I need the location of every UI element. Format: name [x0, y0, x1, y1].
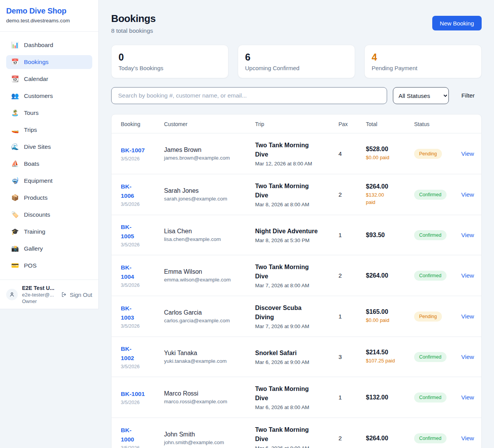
sidebar-item-discounts[interactable]: 🏷️ Discounts	[6, 208, 92, 222]
status-badge: Confirmed	[414, 190, 447, 200]
user-email: e2e-tester@...	[22, 292, 57, 298]
status-cell: Confirmed	[414, 433, 461, 443]
user-icon	[9, 291, 15, 298]
status-cell: Pending	[414, 149, 461, 159]
view-link[interactable]: View	[461, 313, 474, 320]
customer-email: lisa.chen@example.com	[164, 236, 255, 242]
booking-id-link[interactable]: BK-1001	[121, 391, 145, 397]
total-cell: $214.50 $107.25 paid	[366, 349, 414, 365]
trip-cell: Night Dive Adventure Mar 8, 2026 at 5:30…	[255, 227, 338, 243]
brand-domain: demo.test.divestreams.com	[6, 18, 92, 24]
wave-icon: 🌊	[11, 144, 19, 150]
sidebar-item-tours[interactable]: 🏝️ Tours	[6, 106, 92, 120]
trip-name: Two Tank Morning Dive	[255, 182, 338, 200]
sidebar-item-pos[interactable]: 💳 POS	[6, 259, 92, 273]
booking-cell: BK- 1004 3/5/2026	[121, 263, 164, 288]
user-info: E2E Test U... e2e-tester@... Owner	[22, 285, 57, 304]
stats-cards: 0 Today's Bookings 6 Upcoming Confirmed …	[111, 45, 482, 78]
status-badge: Pending	[414, 149, 442, 159]
trip-datetime: Mar 7, 2026 at 9:00 AM	[255, 323, 338, 329]
brand: Demo Dive Shop demo.test.divestreams.com	[0, 0, 98, 31]
user-role: Owner	[22, 298, 57, 304]
sign-out-button[interactable]: Sign Out	[61, 291, 92, 298]
paid-amount: $0.00 paid	[366, 154, 401, 162]
view-link[interactable]: View	[461, 150, 474, 157]
column-header-booking: Booking	[121, 121, 164, 127]
sidebar-item-label: Customers	[24, 93, 53, 99]
status-cell: Pending	[414, 312, 461, 322]
calendar-icon: 📅	[11, 59, 19, 65]
trip-cell: Snorkel Safari Mar 6, 2026 at 9:00 AM	[255, 349, 338, 365]
customer-email: yuki.tanaka@example.com	[164, 358, 255, 364]
sidebar-item-bookings[interactable]: 📅 Bookings	[6, 55, 92, 69]
paid-amount: $107.25 paid	[366, 357, 401, 365]
customer-name: Emma Wilson	[164, 268, 255, 275]
view-link[interactable]: View	[461, 435, 474, 441]
speedboat-icon: 🚤	[11, 127, 19, 133]
column-header-actions	[461, 121, 472, 127]
customer-name: Carlos Garcia	[164, 309, 255, 316]
total-amount: $165.00	[366, 308, 410, 315]
sidebar-item-equipment[interactable]: 🤿 Equipment	[6, 174, 92, 188]
sidebar-item-training[interactable]: 🎓 Training	[6, 225, 92, 239]
page-header: Bookings 8 total bookings New Booking	[111, 13, 482, 34]
sign-out-label: Sign Out	[70, 291, 92, 298]
stat-card-pending-payment: 4 Pending Payment	[364, 45, 482, 78]
status-filter-select[interactable]: All Statuses	[393, 87, 449, 104]
booking-id-link[interactable]: BK- 1002	[121, 345, 134, 361]
tag-icon: 🏷️	[11, 212, 19, 218]
view-link[interactable]: View	[461, 191, 474, 198]
pax-count: 1	[338, 394, 366, 401]
stat-value: 6	[245, 52, 348, 63]
customer-name: John Smith	[164, 431, 255, 438]
actions-cell: View	[461, 232, 474, 239]
booking-date: 3/5/2026	[121, 445, 164, 448]
sidebar-item-products[interactable]: 📦 Products	[6, 191, 92, 205]
customer-name: Sarah Jones	[164, 187, 255, 194]
sidebar-item-boats[interactable]: ⛵ Boats	[6, 157, 92, 171]
trip-cell: Two Tank Morning Dive Mar 12, 2026 at 8:…	[255, 141, 338, 167]
column-header-customer: Customer	[164, 121, 255, 127]
status-badge: Confirmed	[414, 392, 447, 403]
table-row: BK- 1005 3/5/2026 Lisa Chen lisa.chen@ex…	[112, 215, 481, 255]
status-cell: Confirmed	[414, 352, 461, 362]
filter-button[interactable]: Filter	[455, 92, 482, 99]
sidebar-item-label: Training	[24, 228, 45, 235]
view-link[interactable]: View	[461, 354, 474, 360]
sidebar-item-label: Dashboard	[24, 42, 53, 49]
trip-datetime: Mar 6, 2026 at 8:00 AM	[255, 445, 338, 448]
sidebar-item-trips[interactable]: 🚤 Trips	[6, 123, 92, 137]
total-cell: $165.00 $0.00 paid	[366, 308, 414, 324]
sidebar-item-dashboard[interactable]: 📊 Dashboard	[6, 38, 92, 52]
desert-island-icon: 🏝️	[11, 110, 19, 116]
booking-id-link[interactable]: BK-1007	[121, 147, 145, 153]
trip-name: Discover Scuba Diving	[255, 303, 338, 322]
table-row: BK-1007 3/5/2026 James Brown james.brown…	[112, 133, 481, 174]
total-amount: $93.50	[366, 232, 410, 239]
booking-date: 3/5/2026	[121, 156, 164, 162]
status-badge: Confirmed	[414, 271, 447, 281]
booking-id-link[interactable]: BK- 1006	[121, 183, 134, 199]
booking-id-link[interactable]: BK- 1000	[121, 427, 134, 443]
search-input[interactable]	[111, 87, 387, 104]
view-link[interactable]: View	[461, 394, 474, 401]
stat-card-upcoming-confirmed: 6 Upcoming Confirmed	[238, 45, 355, 78]
pax-count: 3	[338, 354, 366, 360]
sidebar-item-label: Discounts	[24, 211, 50, 218]
view-link[interactable]: View	[461, 272, 474, 279]
sidebar-item-calendar[interactable]: 📆 Calendar	[6, 72, 92, 86]
sailboat-icon: ⛵	[11, 161, 19, 167]
new-booking-button[interactable]: New Booking	[432, 16, 482, 30]
sidebar-item-dive-sites[interactable]: 🌊 Dive Sites	[6, 140, 92, 154]
view-link[interactable]: View	[461, 232, 474, 238]
sidebar-item-customers[interactable]: 👥 Customers	[6, 89, 92, 103]
table-row: BK-1001 3/5/2026 Marco Rossi marco.rossi…	[112, 377, 481, 418]
booking-id-link[interactable]: BK- 1004	[121, 264, 134, 280]
credit-card-icon: 💳	[11, 263, 19, 269]
customer-cell: Lisa Chen lisa.chen@example.com	[164, 228, 255, 242]
tear-off-calendar-icon: 📆	[11, 76, 19, 82]
booking-id-link[interactable]: BK- 1003	[121, 305, 134, 321]
sidebar-item-label: Equipment	[24, 177, 52, 184]
booking-id-link[interactable]: BK- 1005	[121, 224, 134, 239]
sidebar-item-gallery[interactable]: 📸 Gallery	[6, 242, 92, 256]
